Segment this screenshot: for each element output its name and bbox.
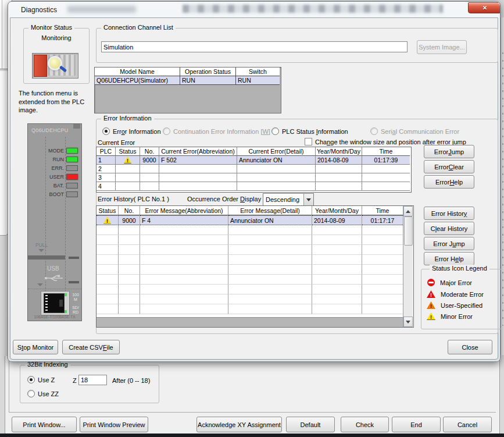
acknowledge-xy-assignment-button[interactable]: Acknowledge XY Assignment <box>196 417 282 432</box>
error-help-button[interactable]: Error Help <box>424 175 474 189</box>
err-led <box>66 165 78 171</box>
empty-row <box>96 225 403 235</box>
legend-label: User-Specified <box>441 302 482 309</box>
clear-history-button[interactable]: Clear History <box>424 222 474 235</box>
monitor-status-group-label: Monitor Status <box>28 24 74 31</box>
radio-icon <box>102 127 110 135</box>
history-error-help-button[interactable]: Error Help <box>424 252 474 265</box>
radio-icon <box>370 127 378 135</box>
usb-icon <box>44 274 65 282</box>
vertical-scrollbar[interactable] <box>403 206 413 327</box>
current-error-row[interactable]: 4 <box>96 182 411 191</box>
led-label: ERR. <box>33 165 66 171</box>
occurrence-order-dropdown[interactable]: Descending <box>263 193 314 206</box>
serial-communication-error-radio[interactable]: Serial Communication Error <box>370 127 459 135</box>
column-header: Time <box>362 147 410 156</box>
model-name-cell: Q06UDEHCPU(Simulator) <box>95 76 180 85</box>
port-speed-label: 100M <box>71 293 80 302</box>
history-error-jump-button[interactable]: Error Jump <box>424 237 474 250</box>
current-error-row[interactable]: 1 9000 F 502 Annunciator ON 2014-08-09 0… <box>96 156 411 165</box>
horizontal-scrollbar[interactable] <box>96 317 403 327</box>
error-jump-button[interactable]: Error Jump <box>424 145 474 158</box>
plc-module-graphic <box>34 55 47 77</box>
error-history-label: Error History( PLC No.1 ) <box>98 196 169 202</box>
scrollbar-track[interactable] <box>403 216 413 317</box>
switch-cell: RUN <box>236 76 280 85</box>
checkbox-icon <box>305 138 312 145</box>
cancel-button[interactable]: Cancel <box>443 417 492 432</box>
model-table-row[interactable]: Q06UDEHCPU(Simulator) RUN RUN <box>95 76 281 85</box>
z-range-label: After (0 -- 18) <box>112 377 150 384</box>
rj45-tab <box>59 300 63 307</box>
create-csv-file-button[interactable]: Create CSV File <box>62 340 120 354</box>
scrollbar-thumb[interactable] <box>404 216 413 246</box>
bottom-window-edge <box>0 434 504 437</box>
led-label: BAT. <box>33 183 66 189</box>
use-zz-label: Use ZZ <box>38 390 59 397</box>
column-header: Current Error(Abbreviation) <box>159 147 237 156</box>
current-error-row[interactable]: 3 <box>96 173 411 182</box>
error-history-row[interactable]: 9000 F 4 Annunciator ON 2014-08-09 01:17… <box>96 215 403 225</box>
error-information-group-label: Error Information <box>101 115 154 122</box>
run-led <box>66 157 78 162</box>
close-button[interactable]: ✕ <box>468 2 500 13</box>
diagnostics-dialog: Diagnostics ✕ Monitor Status Monitoring … <box>8 1 501 362</box>
scroll-down-button[interactable] <box>403 317 413 327</box>
moderate-error-icon <box>427 290 435 298</box>
error-clear-button[interactable]: Error Clear <box>424 160 474 173</box>
dropdown-arrow-icon[interactable] <box>303 194 313 205</box>
radio-label: Serial Communication Error <box>381 128 459 135</box>
print-window-preview-button[interactable]: Print Window Preview <box>80 417 148 432</box>
plc-cell: 2 <box>96 165 116 173</box>
scroll-up-button[interactable] <box>403 206 413 216</box>
column-header: Error Message(Abbreviation) <box>140 206 228 215</box>
column-header: Time <box>362 206 403 215</box>
titlebar-glass-blur-icons <box>183 5 443 13</box>
check-button[interactable]: Check <box>341 417 389 432</box>
system-image-button[interactable]: System Image... <box>417 40 467 54</box>
current-error-header: PLC Status No. Current Error(Abbreviatio… <box>96 147 411 156</box>
empty-row <box>96 255 403 265</box>
function-note-text: The function menu is extended from the P… <box>19 89 93 115</box>
status-cell <box>116 156 140 165</box>
empty-row <box>96 245 403 255</box>
empty-row <box>96 294 403 304</box>
pull-arrow-icon <box>38 249 44 252</box>
empty-row <box>96 285 403 294</box>
close-dialog-button[interactable]: Close <box>448 340 492 354</box>
use-z-radio[interactable]: Use Z <box>27 376 55 383</box>
model-table: Model Name Operation Status Switch Q06UD… <box>94 67 281 113</box>
rj45-jack <box>44 293 65 313</box>
mode-led <box>66 148 78 154</box>
column-header: Current Error(Detail) <box>237 147 316 156</box>
title-bar[interactable]: Diagnostics ✕ <box>8 2 500 17</box>
current-error-table: PLC Status No. Current Error(Abbreviatio… <box>96 147 412 193</box>
end-button[interactable]: End <box>392 417 441 432</box>
z-value-input[interactable] <box>78 375 107 385</box>
radio-icon <box>163 127 170 135</box>
error-no-cell: 9000 <box>140 156 159 165</box>
led-label: BOOT <box>33 191 66 197</box>
error-history-header: Status No. Error Message(Abbreviation) E… <box>96 206 403 215</box>
status-cell <box>96 215 119 225</box>
connection-channel-input[interactable] <box>101 41 408 52</box>
rj45-pins <box>45 295 48 311</box>
radio-icon <box>27 376 35 383</box>
current-error-row[interactable]: 2 <box>96 165 411 173</box>
plc-model-label: Q06UDEHCPU <box>31 127 69 133</box>
continuation-error-radio[interactable]: Continuation Error Information [W] <box>163 127 270 135</box>
plc-status-information-radio[interactable]: PLC Status Information <box>271 127 348 135</box>
plc-image[interactable]: Q06UDEHCPU MODE RUN ERR. USER <box>27 123 82 321</box>
print-window-button[interactable]: Print Window... <box>12 417 77 432</box>
error-history-button[interactable]: Error History <box>424 207 474 220</box>
error-information-radio[interactable]: Error Information <box>102 127 161 135</box>
error-detail-cell: Annunciator ON <box>237 156 316 165</box>
default-button[interactable]: Default <box>286 417 335 432</box>
empty-row <box>96 304 403 314</box>
indexing-group: 32Bit Indexing Use Z Z After (0 -- 18) U… <box>20 365 159 403</box>
plc-cover-seam <box>28 255 65 260</box>
radio-icon <box>271 127 279 135</box>
use-zz-radio[interactable]: Use ZZ <box>27 390 59 397</box>
boot-led <box>66 191 78 197</box>
stop-monitor-button[interactable]: Stop Monitor <box>13 340 58 354</box>
